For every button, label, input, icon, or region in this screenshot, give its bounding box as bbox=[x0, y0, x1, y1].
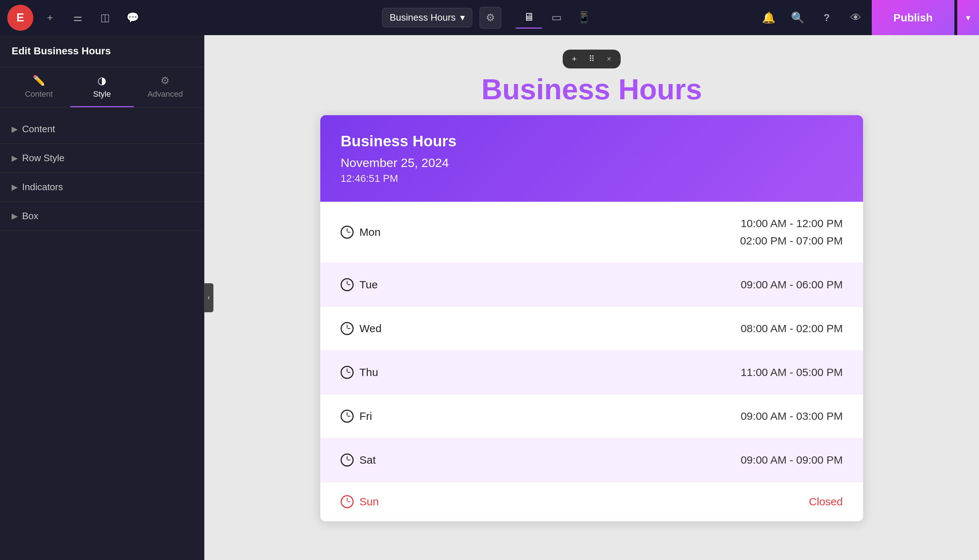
add-element-button[interactable]: + bbox=[39, 7, 61, 28]
clock-icon bbox=[340, 410, 354, 423]
page-settings-button[interactable]: ⚙ bbox=[480, 7, 502, 28]
gear-icon: ⚙ bbox=[160, 75, 170, 87]
publish-button[interactable]: Publish bbox=[872, 0, 954, 35]
day-label: Sun bbox=[340, 495, 379, 508]
chat-icon: 💬 bbox=[127, 12, 139, 23]
bh-times: 09:00 AM - 03:00 PM bbox=[741, 408, 843, 425]
search-button[interactable]: 🔍 bbox=[785, 0, 811, 35]
page-heading: Business Hours bbox=[481, 73, 702, 106]
add-widget-button[interactable]: + bbox=[565, 51, 583, 67]
chevron-down-icon: ▾ bbox=[966, 13, 970, 23]
day-label: Sat bbox=[340, 453, 376, 467]
day-label: Wed bbox=[340, 322, 382, 335]
clock-icon bbox=[340, 322, 354, 335]
close-icon: × bbox=[607, 54, 612, 64]
navigator-icon: ⚌ bbox=[73, 12, 82, 23]
layers-icon: ◫ bbox=[100, 12, 110, 23]
publish-label: Publish bbox=[894, 12, 932, 24]
search-icon: 🔍 bbox=[791, 11, 804, 24]
help-icon: ? bbox=[824, 12, 830, 23]
arrow-icon: ▶ bbox=[12, 183, 18, 192]
mobile-icon: 📱 bbox=[577, 11, 590, 23]
preview-button[interactable]: 👁 bbox=[843, 0, 869, 35]
bh-times: 09:00 AM - 09:00 PM bbox=[741, 451, 843, 469]
pencil-icon: ✏️ bbox=[33, 75, 45, 87]
panel-tabs: ✏️ Content ◑ Style ⚙ Advanced bbox=[0, 67, 204, 108]
eye-icon: 👁 bbox=[851, 12, 861, 24]
help-button[interactable]: ? bbox=[814, 0, 840, 35]
layers-button[interactable]: ◫ bbox=[94, 7, 116, 28]
style-icon: ◑ bbox=[97, 75, 106, 87]
topbar: E + ⚌ ◫ 💬 Business Hours ▾ ⚙ 🖥 ▭ 📱 bbox=[0, 0, 979, 35]
panel-title: Edit Business Hours bbox=[0, 35, 204, 67]
section-row-style-label: Row Style bbox=[22, 152, 65, 164]
publish-dropdown-button[interactable]: ▾ bbox=[957, 0, 979, 35]
grid-icon: ⠿ bbox=[589, 54, 595, 64]
bh-widget-header: Business Hours November 25, 2024 12:46:5… bbox=[320, 115, 863, 202]
section-content: ▶ Content bbox=[0, 115, 204, 144]
page-name: Business Hours bbox=[390, 12, 455, 23]
navigator-button[interactable]: ⚌ bbox=[67, 7, 88, 28]
tab-advanced-label: Advanced bbox=[147, 90, 183, 99]
section-indicators: ▶ Indicators bbox=[0, 173, 204, 202]
elementor-logo[interactable]: E bbox=[7, 5, 33, 31]
bell-icon: 🔔 bbox=[762, 11, 776, 24]
day-label: Fri bbox=[340, 410, 372, 423]
tab-content-label: Content bbox=[25, 90, 53, 99]
page-selector[interactable]: Business Hours ▾ bbox=[382, 8, 472, 27]
bh-header-time: 12:46:51 PM bbox=[340, 173, 843, 184]
plus-icon: + bbox=[572, 54, 577, 64]
main-layout: Edit Business Hours ✏️ Content ◑ Style ⚙… bbox=[0, 35, 979, 560]
section-indicators-toggle[interactable]: ▶ Indicators bbox=[0, 173, 204, 202]
bh-header-title: Business Hours bbox=[340, 133, 843, 150]
drag-widget-button[interactable]: ⠿ bbox=[583, 51, 600, 67]
day-label: Thu bbox=[340, 366, 378, 379]
section-content-label: Content bbox=[22, 123, 55, 135]
desktop-device-button[interactable]: 🖥 bbox=[516, 7, 542, 28]
table-row: Wed 08:00 AM - 02:00 PM bbox=[320, 307, 863, 351]
tab-advanced[interactable]: ⚙ Advanced bbox=[134, 67, 197, 107]
day-label: Tue bbox=[340, 278, 378, 291]
table-row: Fri 09:00 AM - 03:00 PM bbox=[320, 395, 863, 438]
gear-icon: ⚙ bbox=[486, 12, 495, 23]
clock-icon bbox=[340, 453, 354, 467]
bh-rows: Mon 10:00 AM - 12:00 PM 02:00 PM - 07:00… bbox=[320, 202, 863, 521]
panel-collapse-handle[interactable]: ‹ bbox=[204, 283, 213, 312]
topbar-right: 🔔 🔍 ? 👁 Publish ▾ bbox=[756, 0, 979, 35]
clock-icon bbox=[340, 366, 354, 379]
mobile-device-button[interactable]: 📱 bbox=[571, 7, 597, 28]
table-row: Thu 11:00 AM - 05:00 PM bbox=[320, 351, 863, 395]
canvas-area: + ⠿ × Business Hours Business Hours Nove… bbox=[204, 35, 979, 560]
left-panel: Edit Business Hours ✏️ Content ◑ Style ⚙… bbox=[0, 35, 204, 560]
close-widget-button[interactable]: × bbox=[600, 51, 618, 67]
tab-style[interactable]: ◑ Style bbox=[70, 67, 133, 107]
arrow-icon: ▶ bbox=[12, 125, 18, 134]
table-row: Sat 09:00 AM - 09:00 PM bbox=[320, 438, 863, 482]
desktop-icon: 🖥 bbox=[524, 11, 534, 23]
plus-icon: + bbox=[47, 12, 53, 23]
section-content-toggle[interactable]: ▶ Content bbox=[0, 115, 204, 143]
bh-times: 09:00 AM - 06:00 PM bbox=[741, 276, 843, 293]
panel-sections: ▶ Content ▶ Row Style ▶ Indicators ▶ bbox=[0, 108, 204, 238]
clock-icon bbox=[340, 226, 354, 239]
widget-toolbar: + ⠿ × bbox=[563, 50, 620, 68]
topbar-center: Business Hours ▾ ⚙ 🖥 ▭ 📱 bbox=[382, 7, 597, 28]
business-hours-widget: Business Hours November 25, 2024 12:46:5… bbox=[320, 115, 864, 522]
notifications-button[interactable]: 🔔 bbox=[756, 0, 782, 35]
device-switcher: 🖥 ▭ 📱 bbox=[516, 7, 597, 28]
table-row: Mon 10:00 AM - 12:00 PM 02:00 PM - 07:00… bbox=[320, 202, 863, 263]
tab-content[interactable]: ✏️ Content bbox=[7, 67, 70, 107]
bh-header-date: November 25, 2024 bbox=[340, 156, 843, 170]
section-row-style-toggle[interactable]: ▶ Row Style bbox=[0, 144, 204, 172]
section-box-toggle[interactable]: ▶ Box bbox=[0, 202, 204, 230]
arrow-icon: ▶ bbox=[12, 153, 18, 163]
chat-button[interactable]: 💬 bbox=[122, 7, 143, 28]
tablet-device-button[interactable]: ▭ bbox=[544, 7, 570, 28]
closed-label: Closed bbox=[809, 495, 843, 508]
bh-times: 11:00 AM - 05:00 PM bbox=[741, 364, 843, 381]
collapse-icon: ‹ bbox=[208, 294, 210, 302]
table-row: Tue 09:00 AM - 06:00 PM bbox=[320, 263, 863, 307]
day-label: Mon bbox=[340, 226, 380, 239]
arrow-icon: ▶ bbox=[12, 212, 18, 221]
section-indicators-label: Indicators bbox=[22, 182, 63, 193]
